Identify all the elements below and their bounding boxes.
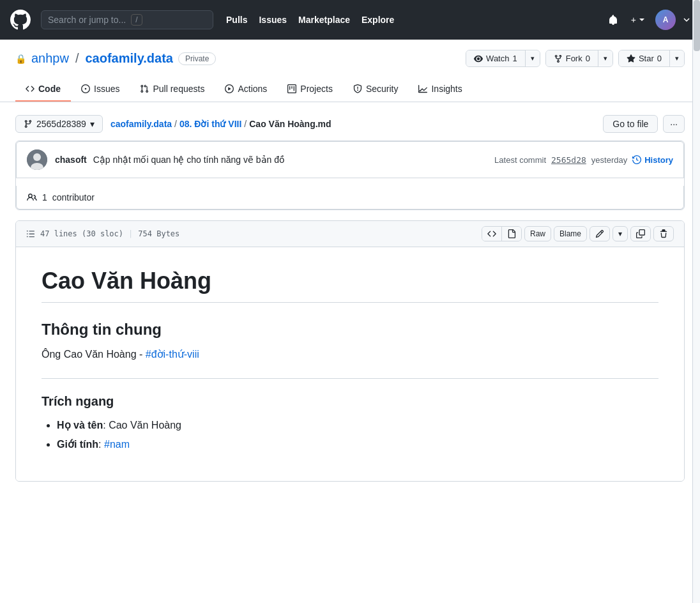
- commit-info-container: chasoft Cập nhật mối quan hệ cho tính nă…: [15, 141, 685, 210]
- tab-pull-requests[interactable]: Pull requests: [130, 77, 215, 102]
- tab-actions[interactable]: Actions: [215, 77, 277, 102]
- fork-button[interactable]: Fork 0: [546, 50, 598, 66]
- commit-info: chasoft Cập nhật mối quan hệ cho tính nă…: [55, 155, 487, 165]
- tab-insights[interactable]: Insights: [408, 77, 472, 102]
- breadcrumb-folder-link[interactable]: 08. Đời thứ VIII: [179, 119, 241, 129]
- doc-view-button[interactable]: [502, 227, 521, 241]
- file-meta: 47 lines (30 sloc) | 754 Bytes: [26, 229, 179, 238]
- breadcrumb: caofamily.data / 08. Đời thứ VIII / Cao …: [110, 119, 331, 129]
- fork-dropdown-button[interactable]: ▾: [598, 51, 612, 66]
- nav-link-marketplace[interactable]: Marketplace: [298, 15, 350, 25]
- search-box[interactable]: Search or jump to... /: [41, 10, 213, 29]
- star-button[interactable]: Star 0: [619, 50, 670, 66]
- contributors-row: 1 contributor: [16, 186, 684, 210]
- content-area: 2565d28389 ▾ caofamily.data / 08. Đời th…: [0, 102, 700, 494]
- fork-icon: [554, 54, 563, 63]
- breadcrumb-root-link[interactable]: caofamily.data: [110, 119, 172, 129]
- scrollbar-thumb[interactable]: [694, 0, 700, 51]
- watch-button-group: Watch 1 ▾: [466, 50, 540, 67]
- code-view-icon: [487, 229, 496, 238]
- tab-security[interactable]: Security: [343, 77, 409, 102]
- search-placeholder-text: Search or jump to...: [48, 15, 126, 25]
- list-item-label-1: Giới tính: [57, 439, 98, 450]
- latest-commit-label: Latest commit: [494, 155, 546, 165]
- edit-dropdown-button[interactable]: ▾: [612, 226, 628, 241]
- trash-icon: [659, 229, 668, 238]
- repo-header: 🔒 anhpw / caofamily.data Private Watch 1…: [0, 40, 700, 102]
- breadcrumb-bar: 2565d28389 ▾ caofamily.data / 08. Đời th…: [15, 115, 685, 133]
- star-label: Star: [639, 54, 654, 63]
- tab-projects[interactable]: Projects: [277, 77, 343, 102]
- commit-author: chasoft: [55, 155, 87, 165]
- go-to-file-button[interactable]: Go to file: [603, 115, 658, 133]
- commit-time: yesterday: [591, 155, 627, 165]
- star-dropdown-button[interactable]: ▾: [670, 51, 684, 66]
- list-item-link-1[interactable]: #nam: [104, 439, 130, 450]
- top-nav-links: Pulls Issues Marketplace Explore: [226, 15, 394, 25]
- avatar-chevron-icon[interactable]: [683, 17, 690, 23]
- fork-label: Fork: [566, 54, 582, 63]
- copy-button[interactable]: [630, 226, 651, 241]
- nav-link-pulls[interactable]: Pulls: [226, 15, 247, 25]
- code-icon: [26, 84, 34, 93]
- pull-request-icon: [140, 84, 149, 93]
- watch-dropdown-button[interactable]: ▾: [526, 51, 540, 66]
- raw-button[interactable]: Raw: [524, 226, 551, 241]
- tab-projects-label: Projects: [300, 84, 333, 94]
- file-lines: 47 lines (30 sloc): [40, 229, 123, 238]
- lock-icon: 🔒: [15, 54, 26, 64]
- top-nav: Search or jump to... / Pulls Issues Mark…: [0, 0, 700, 40]
- insights-icon: [418, 84, 427, 93]
- notifications-button[interactable]: [605, 12, 621, 27]
- delete-button[interactable]: [653, 226, 674, 241]
- pencil-icon: [595, 229, 604, 238]
- fork-button-group: Fork 0 ▾: [545, 50, 613, 67]
- md-doi-thu-link[interactable]: #đời-thứ-viii: [146, 349, 199, 360]
- repo-name-link[interactable]: caofamily.data: [86, 51, 173, 66]
- watch-button[interactable]: Watch 1: [466, 50, 526, 66]
- repo-tabs: Code Issues Pull requests Actions Projec…: [15, 77, 685, 102]
- tab-pull-requests-label: Pull requests: [153, 84, 204, 94]
- repo-owner-link[interactable]: anhpw: [31, 51, 69, 66]
- breadcrumb-current-file: Cao Văn Hoàng.md: [249, 119, 331, 129]
- history-button[interactable]: History: [632, 155, 673, 165]
- commit-avatar-img: [27, 149, 47, 170]
- file-viewer-header: 47 lines (30 sloc) | 754 Bytes Raw Blame: [16, 221, 684, 247]
- actions-icon: [225, 84, 234, 93]
- branch-select-button[interactable]: 2565d28389 ▾: [15, 115, 103, 133]
- code-view-button[interactable]: [482, 227, 502, 241]
- history-label: History: [644, 155, 673, 165]
- list-item-value-0: Cao Văn Hoàng: [109, 420, 181, 431]
- nav-link-issues[interactable]: Issues: [259, 15, 287, 25]
- view-toggle-group: [482, 226, 522, 241]
- list-item: Giới tính: #nam: [57, 436, 658, 454]
- contributors-icon: [27, 192, 37, 202]
- eye-icon: [474, 54, 483, 63]
- branch-icon: [24, 119, 33, 128]
- tab-issues[interactable]: Issues: [71, 77, 130, 102]
- contributors-label: contributor: [52, 192, 95, 202]
- more-options-button[interactable]: ···: [663, 115, 685, 133]
- nav-link-explore[interactable]: Explore: [361, 15, 394, 25]
- github-logo-icon[interactable]: [10, 10, 31, 30]
- avatar[interactable]: A: [655, 10, 676, 30]
- contributors-count: 1: [42, 192, 47, 202]
- list-icon: [26, 229, 35, 238]
- tab-code[interactable]: Code: [15, 77, 71, 102]
- scrollbar-track: [692, 0, 700, 494]
- tab-security-label: Security: [366, 84, 399, 94]
- breadcrumb-sep2: /: [244, 119, 247, 129]
- doc-icon: [507, 229, 516, 238]
- star-icon: [627, 54, 635, 63]
- commit-hash-link[interactable]: 2565d28: [551, 155, 586, 165]
- file-toolbar: Raw Blame ▾: [482, 226, 674, 241]
- blame-button[interactable]: Blame: [554, 226, 587, 241]
- watch-label: Watch: [486, 54, 509, 63]
- edit-button[interactable]: [590, 226, 610, 241]
- commit-box: chasoft Cập nhật mối quan hệ cho tính nă…: [16, 141, 684, 178]
- repo-actions: Watch 1 ▾ Fork 0 ▾ Star 0: [466, 50, 685, 67]
- md-section1-text-prefix: Ông Cao Văn Hoàng -: [42, 349, 146, 360]
- md-divider: [42, 378, 658, 379]
- branch-chevron-icon: ▾: [90, 119, 95, 129]
- add-button[interactable]: +: [628, 12, 648, 27]
